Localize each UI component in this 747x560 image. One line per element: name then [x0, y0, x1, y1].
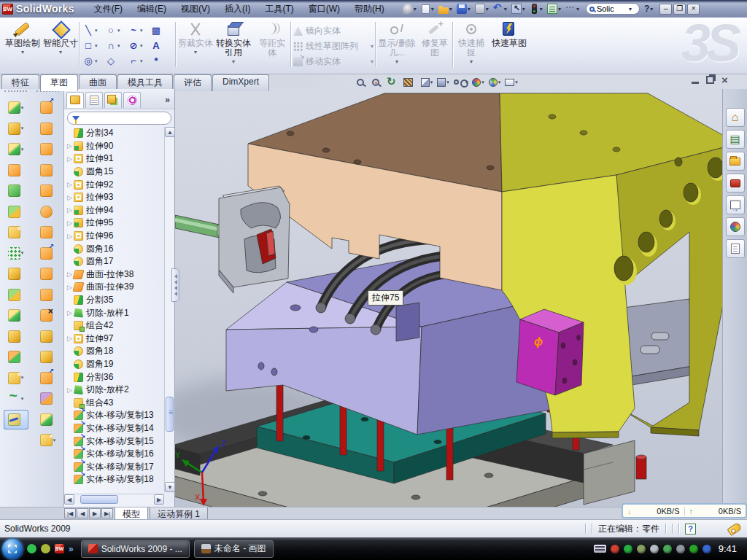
- rapid-sketch-button[interactable]: 快速草图: [490, 20, 528, 71]
- search-box[interactable]: ▾: [586, 3, 640, 15]
- extruded-surface-icon[interactable]: ▾: [36, 98, 61, 117]
- freeform-icon[interactable]: ▾: [36, 244, 61, 263]
- menu-item[interactable]: 编辑(E): [131, 1, 173, 17]
- expand-arrow-icon[interactable]: [66, 155, 74, 163]
- quicklaunch-more-icon[interactable]: »: [69, 544, 74, 554]
- tree-item[interactable]: 拉伸93: [66, 191, 164, 204]
- fillet-icon[interactable]: ▾: [4, 139, 28, 159]
- undo-icon[interactable]: ▾: [492, 2, 509, 15]
- arc-icon[interactable]: ∩ ▾: [104, 38, 127, 53]
- linear-pattern-icon[interactable]: ▾: [4, 244, 28, 263]
- tab-nav-button[interactable]: |◀: [64, 508, 76, 518]
- status-help-icon[interactable]: ?: [685, 524, 696, 534]
- expand-arrow-icon[interactable]: [66, 206, 74, 214]
- keyboard-layout-icon[interactable]: [594, 545, 606, 553]
- tree-item[interactable]: 拉伸97: [66, 332, 164, 346]
- move-copy-body-icon[interactable]: ▾: [4, 347, 28, 367]
- menu-item[interactable]: 帮助(H): [348, 1, 391, 17]
- circle-icon[interactable]: ○ ▾: [104, 23, 127, 38]
- tree-item[interactable]: 圆角19: [66, 358, 164, 371]
- command-tab[interactable]: DimXpert: [212, 74, 269, 91]
- featuremanager-splitter[interactable]: [171, 268, 179, 302]
- interference-lights-icon[interactable]: ▾: [528, 2, 545, 15]
- apply-scene-icon[interactable]: ▾: [488, 77, 502, 88]
- tab-nav-button[interactable]: ▶: [89, 508, 101, 518]
- selection-box-icon[interactable]: ▩ ▾: [150, 23, 172, 38]
- scroll-thumb[interactable]: [80, 495, 118, 504]
- toolbar-overflow-icon[interactable]: ▾: [564, 2, 581, 15]
- tag-icon[interactable]: [727, 521, 742, 535]
- command-tab[interactable]: 评估: [174, 74, 212, 91]
- tree-item[interactable]: 拉伸96: [66, 230, 164, 243]
- pin-icon[interactable]: ▾: [401, 2, 419, 15]
- offset-entities-button[interactable]: 等距实体: [255, 20, 289, 71]
- scroll-thumb[interactable]: [166, 397, 174, 432]
- expand-arrow-icon[interactable]: [66, 219, 74, 227]
- curve-icon[interactable]: ▾: [4, 389, 28, 408]
- graphics-viewport[interactable]: ϕ: [175, 74, 747, 507]
- tree-item[interactable]: 拉伸95: [66, 217, 164, 230]
- toolbar-grip[interactable]: [4, 90, 27, 96]
- tree-item[interactable]: 拉伸91: [66, 152, 164, 166]
- ruled-surface-icon[interactable]: ▾: [36, 285, 61, 305]
- doc-close-button[interactable]: ×: [721, 76, 728, 85]
- text-icon[interactable]: A ▾: [150, 38, 172, 53]
- panel-more-button[interactable]: »: [165, 95, 172, 105]
- ellipse-icon[interactable]: ⊘ ▾: [127, 38, 150, 53]
- toolbar-grip[interactable]: [36, 90, 59, 96]
- configurationmanager-tab-icon[interactable]: [104, 92, 122, 108]
- dimxpertmanager-tab-icon[interactable]: [123, 92, 141, 108]
- tree-item[interactable]: 分割35: [66, 294, 164, 307]
- zoom-to-fit-icon[interactable]: ▾: [356, 78, 368, 87]
- tree-vertical-scrollbar[interactable]: ▲ ▼: [164, 127, 174, 492]
- planar-surface-icon[interactable]: ▾: [36, 222, 61, 242]
- insert-part-icon[interactable]: ▾: [4, 368, 28, 388]
- expand-arrow-icon[interactable]: [66, 181, 74, 188]
- mirror-icon[interactable]: ▾: [4, 327, 28, 346]
- custom-properties-icon[interactable]: [726, 239, 745, 258]
- slot-icon[interactable]: ◎ ▾: [82, 53, 104, 69]
- volume-tray-icon[interactable]: [650, 545, 659, 553]
- tree-item[interactable]: 圆角16: [66, 242, 164, 255]
- thicken-icon[interactable]: ▾: [36, 410, 61, 429]
- expand-arrow-icon[interactable]: [66, 233, 74, 240]
- network-warning-tray-icon[interactable]: [676, 545, 685, 553]
- print-icon[interactable]: ▾: [473, 2, 491, 15]
- viewport-3d-model[interactable]: ϕ: [175, 74, 747, 507]
- taskbar-task-button[interactable]: SolidWorks 2009 - ...: [81, 540, 190, 558]
- new-document-icon[interactable]: ▾: [419, 2, 436, 15]
- tree-filter-input[interactable]: [82, 113, 166, 123]
- security-shield-tray-icon[interactable]: [624, 545, 632, 553]
- tree-item[interactable]: 拉伸94: [66, 204, 164, 217]
- expand-arrow-icon[interactable]: [66, 142, 74, 149]
- dropdown-caret-icon[interactable]: ▾: [59, 49, 62, 55]
- hide-show-items-icon[interactable]: ▾: [453, 79, 469, 86]
- spline-icon[interactable]: ~ ▾: [127, 23, 150, 38]
- open-icon[interactable]: ▾: [437, 2, 454, 15]
- rectangle-icon[interactable]: □ ▾: [82, 38, 104, 53]
- quick-snaps-button[interactable]: 快速捕捉 ▾: [455, 20, 487, 71]
- save-icon[interactable]: ▾: [455, 2, 473, 15]
- boundary-surface-icon[interactable]: ▾: [36, 181, 61, 201]
- expand-arrow-icon[interactable]: [66, 335, 74, 342]
- rib-icon[interactable]: ▾: [4, 264, 28, 284]
- doc-restore-button[interactable]: [706, 76, 714, 84]
- tree-item[interactable]: 圆角15: [66, 166, 164, 179]
- rotate-view-icon[interactable]: ▾: [386, 76, 400, 88]
- mirror-entities-button[interactable]: 镜向实体 ▾: [293, 23, 374, 39]
- point-icon[interactable]: * ▾: [150, 53, 172, 69]
- toolbox-icon[interactable]: [726, 174, 745, 192]
- defender-tray-icon[interactable]: [689, 545, 698, 553]
- sketch-tools-icon[interactable]: ▾: [36, 430, 61, 450]
- antivirus-tray-icon[interactable]: [611, 545, 619, 553]
- convert-entities-button[interactable]: 转换实体引用 ▾: [214, 20, 252, 71]
- tree-item[interactable]: 实体-移动/复制18: [66, 473, 164, 486]
- extruded-cut-icon[interactable]: ▾: [4, 119, 28, 139]
- scroll-left-button[interactable]: ◀: [64, 494, 74, 505]
- tab-nav-button[interactable]: ▶|: [101, 508, 113, 518]
- boundary-boss-icon[interactable]: ▾: [4, 202, 28, 222]
- draft-icon[interactable]: ▾: [4, 285, 28, 305]
- scroll-down-button[interactable]: ▼: [165, 482, 175, 492]
- propertymanager-tab-icon[interactable]: [85, 92, 103, 108]
- solidworks-launcher-icon[interactable]: SW: [55, 544, 64, 553]
